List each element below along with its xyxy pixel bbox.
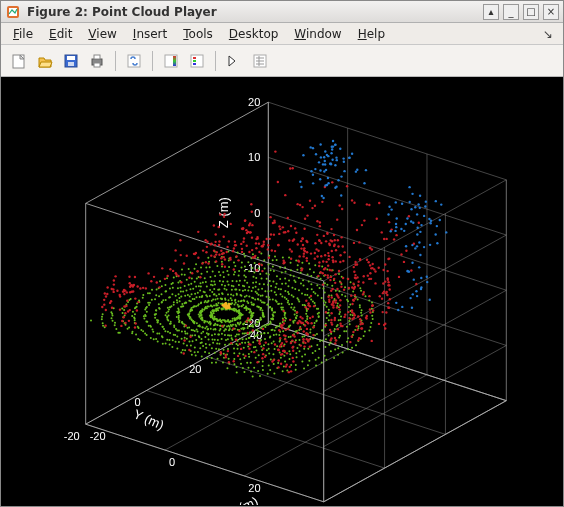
svg-point-2090: [337, 179, 339, 181]
svg-point-1408: [334, 319, 336, 321]
svg-point-353: [228, 299, 230, 301]
svg-point-874: [152, 331, 154, 333]
figure-canvas[interactable]: -20-1001020-2002040-2002040Z (m)Y (m)X (…: [1, 77, 563, 506]
svg-point-1382: [295, 259, 297, 261]
edit-plot-button[interactable]: [222, 49, 246, 73]
svg-point-755: [164, 330, 166, 332]
point-cloud-axes[interactable]: -20-1001020-2002040-2002040Z (m)Y (m)X (…: [1, 77, 563, 505]
svg-point-845: [184, 285, 186, 287]
svg-point-2035: [224, 266, 226, 268]
svg-point-1340: [283, 365, 285, 367]
dock-arrow-icon[interactable]: ↘: [543, 27, 557, 41]
svg-point-1389: [243, 253, 245, 255]
svg-point-458: [261, 301, 263, 303]
svg-point-2032: [216, 251, 218, 253]
svg-point-1683: [255, 242, 257, 244]
svg-point-1816: [188, 349, 190, 351]
svg-point-2110: [411, 193, 413, 195]
app-icon: [5, 4, 21, 20]
svg-line-47: [86, 424, 324, 502]
svg-point-687: [294, 310, 296, 312]
svg-point-2194: [224, 305, 227, 308]
svg-point-1331: [207, 257, 209, 259]
svg-point-107: [232, 309, 234, 311]
new-figure-button[interactable]: [7, 49, 31, 73]
svg-point-1898: [302, 338, 304, 340]
svg-point-1786: [113, 279, 115, 281]
insert-colorbar-button[interactable]: [159, 49, 183, 73]
svg-point-831: [239, 280, 241, 282]
svg-point-485: [201, 296, 203, 298]
save-button[interactable]: [59, 49, 83, 73]
svg-point-2036: [226, 246, 228, 248]
svg-point-313: [256, 324, 258, 326]
svg-point-1164: [289, 274, 291, 276]
svg-point-1908: [306, 328, 308, 330]
open-button[interactable]: [33, 49, 57, 73]
property-inspector-button[interactable]: [248, 49, 272, 73]
menu-file[interactable]: File: [7, 25, 39, 43]
svg-point-495: [181, 303, 183, 305]
menu-help[interactable]: Help: [352, 25, 391, 43]
close-button[interactable]: ×: [543, 4, 559, 20]
svg-point-2128: [425, 200, 427, 202]
svg-point-1575: [334, 282, 336, 284]
svg-point-1265: [101, 318, 103, 320]
svg-point-1276: [273, 363, 275, 365]
rollup-button[interactable]: ▴: [483, 4, 499, 20]
menu-edit[interactable]: Edit: [43, 25, 78, 43]
svg-point-734: [165, 299, 167, 301]
menu-desktop[interactable]: Desktop: [223, 25, 285, 43]
svg-point-579: [268, 296, 270, 298]
menu-window[interactable]: Window: [288, 25, 347, 43]
svg-text:10: 10: [248, 151, 260, 163]
svg-point-711: [238, 284, 240, 286]
menu-tools[interactable]: Tools: [177, 25, 219, 43]
svg-point-2121: [410, 220, 412, 222]
svg-point-863: [146, 311, 148, 313]
svg-point-811: [302, 304, 304, 306]
svg-point-2152: [388, 206, 390, 208]
svg-point-1289: [346, 341, 348, 343]
svg-point-1019: [248, 353, 250, 355]
menu-view[interactable]: View: [82, 25, 122, 43]
svg-point-1258: [221, 261, 223, 263]
svg-point-1216: [328, 344, 330, 346]
menu-insert[interactable]: Insert: [127, 25, 173, 43]
link-plot-button[interactable]: [122, 49, 146, 73]
svg-point-1046: [328, 312, 330, 314]
print-button[interactable]: [85, 49, 109, 73]
svg-point-2008: [150, 280, 152, 282]
svg-point-1610: [318, 265, 320, 267]
svg-point-244: [213, 305, 215, 307]
svg-point-1711: [249, 231, 251, 233]
svg-point-1053: [317, 294, 319, 296]
svg-point-2106: [340, 175, 342, 177]
svg-point-1014: [223, 353, 225, 355]
svg-point-714: [228, 284, 230, 286]
svg-point-1150: [337, 303, 339, 305]
svg-point-653: [221, 338, 223, 340]
svg-point-2014: [166, 275, 168, 277]
insert-legend-button[interactable]: [185, 49, 209, 73]
svg-point-1975: [363, 219, 365, 221]
svg-point-1394: [252, 376, 254, 378]
svg-point-1621: [323, 235, 325, 237]
minimize-button[interactable]: _: [503, 4, 519, 20]
svg-point-307: [239, 322, 241, 324]
svg-point-1727: [228, 240, 230, 242]
svg-point-834: [226, 281, 228, 283]
svg-point-2138: [408, 201, 410, 203]
svg-point-660: [242, 338, 244, 340]
svg-point-1794: [129, 291, 131, 293]
svg-point-1686: [256, 269, 258, 271]
svg-point-1055: [313, 291, 315, 293]
svg-point-1054: [314, 293, 316, 295]
svg-point-2175: [412, 293, 414, 295]
maximize-button[interactable]: □: [523, 4, 539, 20]
svg-point-2061: [332, 140, 334, 142]
svg-point-1994: [410, 269, 412, 271]
svg-point-840: [202, 282, 204, 284]
svg-point-2155: [429, 222, 431, 224]
svg-point-730: [175, 295, 177, 297]
